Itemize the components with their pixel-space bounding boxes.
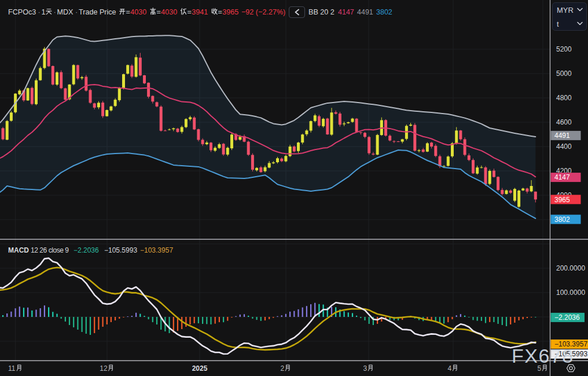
svg-text:3965: 3965 [554,196,570,204]
svg-text:−92 (−2.27%): −92 (−2.27%) [241,8,285,16]
svg-text:−2.2036: −2.2036 [74,246,99,254]
svg-text:4147: 4147 [554,173,570,181]
svg-text:3941: 3941 [192,8,208,16]
svg-text:MYR: MYR [557,6,574,14]
svg-text:4: 4 [448,364,452,373]
svg-text:3802: 3802 [554,216,570,224]
svg-text:2: 2 [281,364,285,373]
svg-text:FX678: FX678 [512,345,574,367]
svg-text:100.0000: 100.0000 [556,289,585,297]
svg-text:4491: 4491 [554,132,570,140]
svg-text:=: = [188,8,192,16]
svg-text:t: t [557,20,559,28]
svg-text:200.0000: 200.0000 [556,264,585,272]
svg-text:4030: 4030 [161,8,177,16]
svg-text:4400: 4400 [556,143,572,151]
svg-text:FCPOc3: FCPOc3 [8,8,36,16]
svg-text:4147: 4147 [338,8,354,16]
svg-text:·: · [38,8,41,16]
svg-text:12: 12 [100,364,108,373]
svg-text:MACD: MACD [8,246,29,254]
svg-text:MDX: MDX [57,8,74,16]
svg-text:3: 3 [363,364,368,373]
svg-text:·: · [75,8,78,16]
svg-text:4030: 4030 [130,8,146,16]
svg-text:−2.2036: −2.2036 [554,313,580,322]
svg-text:·: · [54,8,56,16]
svg-text:5200: 5200 [556,45,572,53]
svg-text:Trade Price: Trade Price [79,8,116,16]
svg-text:BB 20 2: BB 20 2 [308,8,335,16]
svg-text:11: 11 [8,364,16,373]
svg-text:−105.5993: −105.5993 [104,246,137,254]
svg-text:=: = [157,8,161,16]
svg-text:4600: 4600 [556,118,572,126]
svg-text:=: = [126,8,130,16]
svg-text:2025: 2025 [192,364,208,373]
svg-text:1: 1 [42,8,46,16]
svg-text:12 26 close 9: 12 26 close 9 [31,246,69,254]
svg-text:3965: 3965 [222,8,238,16]
svg-text:3802: 3802 [376,8,392,16]
svg-text:5000: 5000 [556,70,572,78]
svg-text:4800: 4800 [556,94,572,102]
svg-text:4491: 4491 [357,8,373,16]
svg-text:−103.3957: −103.3957 [140,246,173,254]
svg-text:=: = [218,8,222,16]
